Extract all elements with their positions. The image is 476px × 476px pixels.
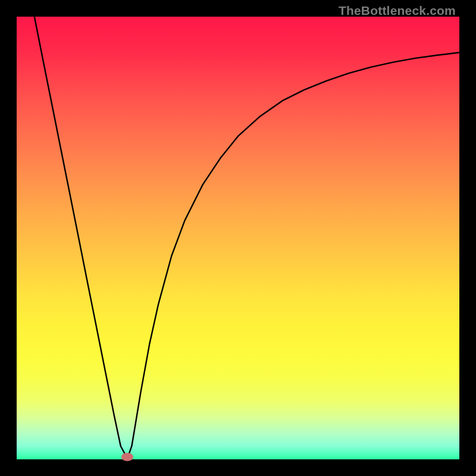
plot-area xyxy=(17,17,459,459)
optimal-point-marker xyxy=(121,453,133,461)
curve-svg xyxy=(17,17,459,459)
bottleneck-curve xyxy=(35,17,459,459)
watermark-text: TheBottleneck.com xyxy=(339,4,456,18)
chart-frame: TheBottleneck.com xyxy=(0,0,476,476)
